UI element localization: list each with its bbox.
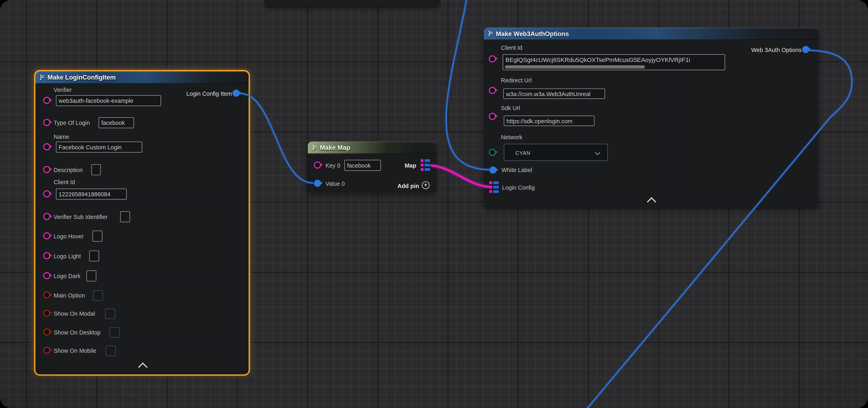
wire-loginconfigitem-to-map-value0-glow: [240, 94, 313, 183]
add-pin-label[interactable]: Add pin: [397, 182, 419, 189]
web3auth-options-output-pin[interactable]: [802, 46, 809, 53]
show-on-desktop-label: Show On Desktop: [54, 329, 100, 336]
collapse-arrow-icon[interactable]: [138, 363, 148, 372]
show-on-mobile-checkbox[interactable]: [106, 346, 116, 356]
name-pin[interactable]: [43, 143, 51, 150]
show-on-mobile-label: Show On Mobile: [54, 347, 96, 354]
logo-dark-input[interactable]: [86, 270, 96, 281]
sdk-url-label: Sdk Url: [501, 104, 520, 111]
redirect-url-input[interactable]: w3a://com.w3a.Web3AuthUnreal: [503, 89, 605, 99]
network-dropdown[interactable]: CYAN: [504, 144, 608, 161]
show-on-modal-pin[interactable]: [43, 310, 51, 317]
node-title: Make Web3AuthOptions: [496, 30, 569, 37]
show-on-modal-label: Show On Modal: [54, 310, 95, 317]
type-of-login-value: facebook: [101, 120, 125, 126]
key0-pin[interactable]: [314, 162, 321, 169]
logo-light-input[interactable]: [89, 250, 99, 262]
logo-dark-label: Logo Dark: [54, 273, 81, 279]
client-id-value: 1222658941886084: [59, 191, 111, 198]
login-config-pin[interactable]: [489, 181, 499, 193]
type-of-login-input[interactable]: facebook: [98, 117, 134, 128]
white-label-label: White Label: [501, 166, 532, 173]
node-header[interactable]: }= Make LoginConfigItem: [35, 71, 249, 83]
wire-map-to-loginconfig[interactable]: [431, 165, 490, 187]
description-label: Description: [54, 166, 83, 173]
output-pin-label: Login Config Item: [186, 90, 232, 97]
name-value: Facebook Custom Login: [59, 144, 122, 150]
graph-canvas[interactable]: }= Make LoginConfigItem Login Config Ite…: [0, 0, 868, 408]
make-struct-icon: }=: [488, 31, 493, 36]
map-output-label: Map: [405, 162, 416, 169]
logo-light-pin[interactable]: [43, 252, 51, 260]
client-id-label: Client Id: [501, 44, 522, 51]
node-header[interactable]: }= Make Web3AuthOptions: [484, 28, 818, 40]
description-pin[interactable]: [43, 166, 51, 173]
sdk-url-input[interactable]: https://sdk.openlogin.com: [504, 115, 594, 126]
redirect-url-label: Redirect Url: [501, 77, 532, 83]
redirect-url-value: w3a://com.w3a.Web3AuthUnreal: [506, 91, 590, 97]
main-option-label: Main Option: [54, 292, 85, 299]
chevron-down-icon: [595, 149, 600, 155]
name-label: Name: [54, 133, 69, 140]
client-id-pin[interactable]: [43, 190, 51, 198]
key0-label: Key 0: [326, 162, 340, 169]
show-on-mobile-pin[interactable]: [43, 347, 51, 354]
node-make-map[interactable]: }≡ Make Map Key 0 facebook Map Value 0 A…: [308, 141, 436, 192]
verifier-sub-identifier-pin[interactable]: [43, 213, 51, 220]
client-id-scrollbar[interactable]: [505, 65, 645, 68]
redirect-url-pin[interactable]: [489, 87, 496, 94]
login-config-item-output-pin[interactable]: [232, 90, 240, 97]
key0-value: facebook: [347, 162, 371, 169]
node-make-loginconfigitem[interactable]: }= Make LoginConfigItem Login Config Ite…: [35, 71, 249, 374]
wire-loginconfigitem-to-map-value0[interactable]: [240, 94, 313, 183]
make-map-icon: }≡: [312, 144, 316, 150]
verifier-pin[interactable]: [43, 97, 51, 104]
white-label-pin[interactable]: [489, 166, 496, 173]
wire-map-to-loginconfig-glow: [431, 165, 490, 187]
network-value: CYAN: [516, 150, 531, 156]
logo-hover-pin[interactable]: [43, 232, 51, 239]
verifier-label: Verifier: [54, 86, 72, 93]
output-pin-label: Web 3Auth Options: [751, 46, 802, 53]
network-pin[interactable]: [489, 149, 496, 156]
login-config-label: Login Config: [502, 184, 535, 191]
show-on-desktop-checkbox[interactable]: [110, 327, 120, 338]
node-title: Make Map: [320, 144, 350, 151]
collapse-arrow-icon[interactable]: [647, 197, 656, 206]
offscreen-node-fragment[interactable]: [264, 0, 440, 7]
sdk-url-pin[interactable]: [489, 113, 496, 120]
key0-input[interactable]: facebook: [344, 160, 381, 171]
network-label: Network: [501, 134, 522, 140]
logo-hover-label: Logo Hover: [54, 233, 84, 239]
verifier-sub-identifier-label: Verifier Sub Identifier: [54, 213, 107, 220]
main-option-checkbox[interactable]: [93, 290, 103, 301]
client-id-label: Client Id: [54, 178, 75, 185]
name-input[interactable]: Facebook Custom Login: [56, 141, 142, 152]
node-header[interactable]: }≡ Make Map: [308, 141, 436, 154]
make-struct-icon: }=: [40, 74, 44, 80]
verifier-value: web3auth-facebook-example: [59, 97, 133, 104]
verifier-input[interactable]: web3auth-facebook-example: [56, 95, 161, 106]
client-id-pin[interactable]: [489, 55, 496, 63]
node-make-web3authoptions[interactable]: }= Make Web3AuthOptions Web 3Auth Option…: [484, 28, 818, 207]
map-output-pin[interactable]: [421, 159, 430, 171]
logo-dark-pin[interactable]: [43, 272, 51, 279]
sdk-url-value: https://sdk.openlogin.com: [506, 117, 572, 124]
add-pin-icon[interactable]: +: [422, 181, 430, 189]
show-on-modal-checkbox[interactable]: [105, 309, 115, 319]
type-of-login-pin[interactable]: [43, 119, 51, 126]
value0-label: Value 0: [326, 180, 345, 187]
client-id-value: BEglQSgt4cUWcj6SKRdu5QkOXTsePmMcusG5EAoy…: [505, 57, 690, 63]
type-of-login-label: Type Of Login: [54, 120, 90, 126]
show-on-desktop-pin[interactable]: [43, 329, 51, 336]
logo-hover-input[interactable]: [92, 231, 102, 242]
description-input[interactable]: [91, 164, 101, 175]
verifier-sub-identifier-input[interactable]: [120, 211, 130, 223]
main-option-pin[interactable]: [43, 292, 51, 299]
logo-light-label: Logo Light: [54, 253, 81, 260]
client-id-input[interactable]: 1222658941886084: [56, 189, 127, 200]
value0-pin[interactable]: [314, 180, 321, 187]
blueprint-editor: }= Make LoginConfigItem Login Config Ite…: [0, 0, 868, 408]
node-title: Make LoginConfigItem: [48, 74, 116, 81]
